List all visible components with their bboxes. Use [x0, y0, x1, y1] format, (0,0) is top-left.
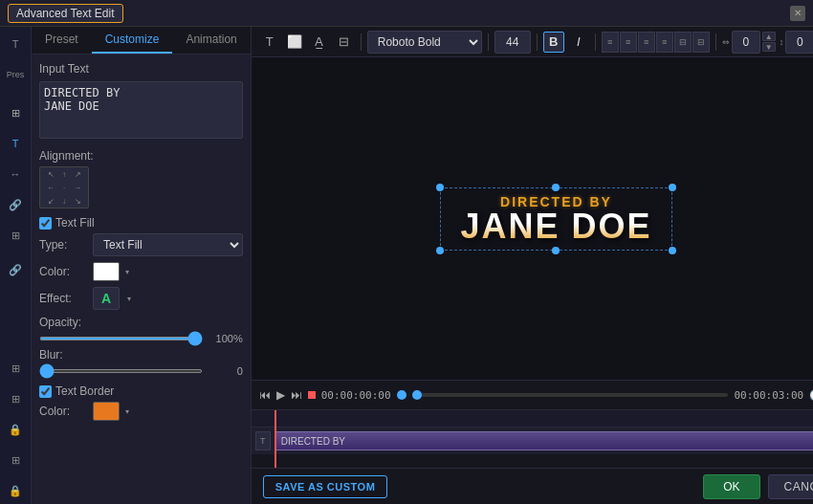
arrow-c: · [57, 181, 71, 194]
clock-icon[interactable]: 🕐 [809, 389, 813, 402]
color-arrow[interactable]: ▾ [125, 268, 129, 276]
separator-1 [361, 33, 362, 51]
sidebar-icon-bottom2[interactable]: ⊞ [0, 385, 31, 412]
text-fill-label: Text Fill [55, 216, 95, 230]
save-as-custom-button[interactable]: SAVE AS CUSTOM [263, 475, 388, 498]
sidebar-icon-text[interactable]: T [0, 31, 31, 57]
alignment-box[interactable]: ↖ ↑ ↗ ← · → ↙ ↓ ↘ [39, 166, 89, 208]
separator-4 [595, 33, 596, 51]
arrow-se: ↘ [71, 194, 84, 208]
progress-handle[interactable] [412, 390, 422, 400]
sidebar-icon-2[interactable]: T [0, 130, 31, 157]
current-time: 00:00:00:00 [321, 389, 391, 402]
cancel-button[interactable]: CANCEL [768, 474, 813, 499]
play-btn[interactable]: ▶ [276, 388, 285, 402]
record-dot [308, 391, 316, 399]
sidebar-icon-5[interactable]: ⊞ [0, 222, 31, 249]
sidebar-icon-4[interactable]: 🔗 [0, 191, 31, 218]
align-v2-btn[interactable]: ⊟ [692, 32, 710, 53]
italic-button[interactable]: I [568, 32, 589, 53]
bottom-bar: SAVE AS CUSTOM OK CANCEL [252, 468, 813, 504]
effect-label: Effect: [39, 292, 87, 305]
blur-value: 0 [209, 365, 243, 377]
color-swatch-white[interactable] [93, 262, 120, 281]
effect-arrow[interactable]: ▾ [127, 295, 131, 303]
close-button[interactable]: ✕ [790, 6, 805, 21]
input-text-area[interactable]: DIRECTED BY JANE DOE [39, 81, 243, 139]
sidebar-icon-bottom4[interactable]: 🔒 [0, 477, 31, 504]
sidebar-icon-bottom3[interactable]: ⊞ [0, 447, 31, 473]
sidebar-icon-1[interactable]: ⊞ [0, 99, 31, 126]
delete-icon[interactable]: ⊟ [334, 32, 355, 53]
font-family-select[interactable]: Roboto Bold [367, 31, 482, 54]
color-row: Color: ▾ [39, 262, 243, 281]
opacity-slider[interactable] [39, 337, 203, 340]
prev-frame-btn[interactable]: ⏮ [259, 388, 271, 402]
align-justify-btn[interactable]: ≡ [656, 32, 673, 53]
bold-button[interactable]: B [543, 32, 564, 53]
tab-customize[interactable]: Customize [92, 27, 173, 54]
effect-button[interactable]: A [93, 287, 120, 310]
align-center-btn[interactable]: ≡ [620, 32, 637, 53]
border-color-arrow[interactable]: ▾ [125, 407, 129, 416]
arrow-s: ↓ [57, 194, 71, 208]
sidebar-icon-bottom1[interactable]: ⊞ [0, 355, 31, 382]
blur-label: Blur: [39, 348, 87, 362]
timeline-ruler: 00:00:00:00 00:00:00:10 00:00:00:20 00:0… [252, 410, 813, 427]
track-clip[interactable]: DIRECTED BY [275, 431, 813, 450]
line-height-input[interactable] [785, 31, 813, 54]
text-border-checkbox[interactable] [39, 385, 52, 398]
separator-2 [488, 33, 489, 51]
track-icon: T [255, 431, 271, 450]
text-border-label: Text Border [55, 384, 114, 398]
text-fill-checkbox[interactable] [39, 217, 52, 230]
text-style-icon[interactable]: A̲ [309, 32, 330, 53]
border-color-swatch[interactable] [93, 402, 120, 421]
sidebar-icon-6[interactable]: 🔗 [0, 256, 31, 283]
toolbar: T ⬜ A̲ ⊟ Roboto Bold B I ≡ ≡ ≡ ≡ ⊟ ⊟ [252, 27, 813, 57]
align-v1-btn[interactable]: ⊟ [674, 32, 692, 53]
text-border-section: Text Border [39, 384, 243, 398]
corner-bm [552, 247, 560, 254]
preview-container[interactable]: DIRECTED BY JANE DOE [440, 187, 671, 251]
playback-bar: ⏮ ▶ ⏭ 00:00:00:00 00:00:03:00 🕐 ⚙ [252, 380, 813, 410]
letter-spacing-input[interactable] [732, 31, 760, 54]
text-cursor-icon[interactable]: T [259, 32, 280, 53]
ok-button[interactable]: OK [703, 474, 759, 499]
letter-spacing-up[interactable]: ▲ [762, 32, 776, 41]
line-height-icon: ↕ [780, 37, 784, 47]
timeline-track: T DIRECTED BY [252, 427, 813, 454]
align-right-btn[interactable]: ≡ [638, 32, 655, 53]
line-height-group: ↕ ▲ ▼ [780, 31, 813, 54]
corner-br [669, 247, 676, 254]
corner-tr [669, 184, 676, 191]
tab-animation[interactable]: Animation [172, 27, 250, 54]
align-left-btn[interactable]: ≡ [602, 32, 619, 53]
sidebar-icon-lock[interactable]: 🔒 [0, 416, 31, 443]
text-transform-icon[interactable]: ⬜ [284, 32, 305, 53]
corner-tl [436, 184, 444, 191]
total-time: 00:00:03:00 [734, 389, 803, 402]
tab-preset[interactable]: Preset [32, 27, 92, 54]
sidebar-icon-3[interactable]: ↔ [0, 161, 31, 187]
timeline-area: 00:00:00:00 00:00:00:10 00:00:00:20 00:0… [252, 410, 813, 468]
sidebar-icon-preset-label: Pres [0, 61, 31, 88]
letter-spacing-icon: ⇔ [722, 37, 730, 47]
color-label: Color: [39, 265, 87, 278]
progress-bar[interactable] [412, 393, 729, 397]
alignment-label: Alignment: [39, 149, 243, 163]
blur-slider-row: 0 [39, 365, 243, 377]
arrow-nw: ↖ [44, 167, 57, 181]
arrow-e: → [71, 181, 84, 194]
next-frame-btn[interactable]: ⏭ [291, 388, 302, 402]
letter-spacing-group: ⇔ ▲ ▼ [722, 31, 776, 54]
font-size-input[interactable] [494, 31, 531, 54]
icon-sidebar: T Pres ⊞ T ↔ 🔗 ⊞ 🔗 ⊞ ⊞ 🔒 ⊞ 🔒 [0, 27, 32, 504]
blur-slider[interactable] [39, 369, 203, 373]
tab-bar: Preset Customize Animation [32, 27, 251, 55]
letter-spacing-down[interactable]: ▼ [762, 42, 776, 52]
text-fill-section: Text Fill [39, 216, 243, 230]
type-select[interactable]: Text Fill [93, 233, 243, 256]
separator-5 [715, 33, 716, 51]
playhead[interactable] [275, 410, 276, 468]
